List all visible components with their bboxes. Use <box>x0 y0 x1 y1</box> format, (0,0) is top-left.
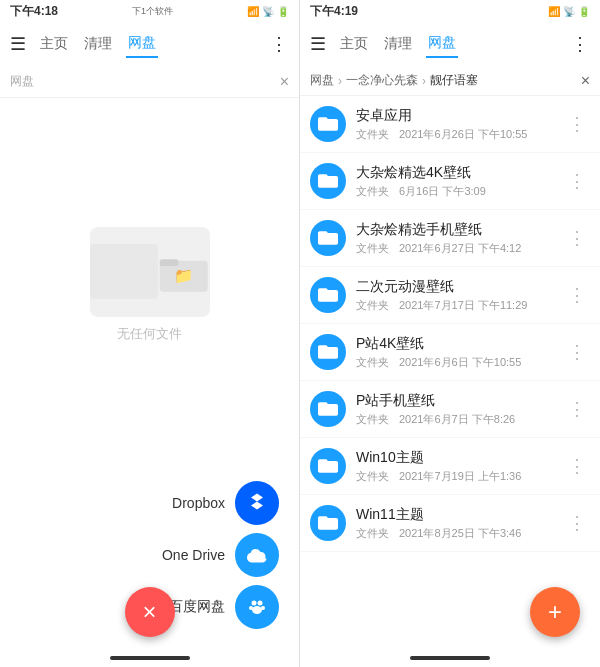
right-home-bar <box>410 656 490 660</box>
dropbox-row: Dropbox <box>172 481 279 525</box>
right-fab-add[interactable]: + <box>530 587 580 637</box>
file-item[interactable]: 大杂烩精选4K壁纸 文件夹 6月16日 下午3:09 ⋮ <box>300 153 600 210</box>
file-meta: 文件夹 2021年7月19日 上午1:36 <box>356 469 554 484</box>
left-status-bar: 下午4:18 下1个软件 📶 📡 🔋 <box>0 0 299 22</box>
file-more-icon[interactable]: ⋮ <box>564 508 590 538</box>
left-nav-clean[interactable]: 清理 <box>82 31 114 57</box>
file-more-icon[interactable]: ⋮ <box>564 394 590 424</box>
left-nav-home[interactable]: 主页 <box>38 31 70 57</box>
breadcrumb: 网盘 › 一念净心先森 › 靓仔语塞 × <box>300 66 600 96</box>
left-panel: 下午4:18 下1个软件 📶 📡 🔋 ☰ 主页 清理 网盘 ⋮ 网盘 × <box>0 0 300 667</box>
file-meta: 文件夹 2021年6月27日 下午4:12 <box>356 241 554 256</box>
file-info: Win10主题 文件夹 2021年7月19日 上午1:36 <box>356 449 554 484</box>
baidu-row: 百度网盘 <box>169 585 279 629</box>
file-date: 2021年6月6日 下午10:55 <box>399 355 521 370</box>
right-nav-home[interactable]: 主页 <box>338 31 370 57</box>
right-panel: 下午4:19 📶 📡 🔋 ☰ 主页 清理 网盘 ⋮ 网盘 › 一念净心先森 › … <box>300 0 600 667</box>
file-date: 2021年7月19日 上午1:36 <box>399 469 521 484</box>
file-name: 二次元动漫壁纸 <box>356 278 554 296</box>
file-info: 大杂烩精选4K壁纸 文件夹 6月16日 下午3:09 <box>356 164 554 199</box>
folder-svg <box>318 399 338 419</box>
left-search-close[interactable]: × <box>280 73 289 91</box>
file-type: 文件夹 <box>356 412 389 427</box>
onedrive-icon <box>245 543 269 567</box>
file-more-icon[interactable]: ⋮ <box>564 337 590 367</box>
left-time: 下午4:18 <box>10 3 58 20</box>
file-item[interactable]: 二次元动漫壁纸 文件夹 2021年7月17日 下午11:29 ⋮ <box>300 267 600 324</box>
file-folder-icon <box>310 277 346 313</box>
onedrive-label: One Drive <box>162 547 225 563</box>
right-top-nav: ☰ 主页 清理 网盘 ⋮ <box>300 22 600 66</box>
file-name: Win11主题 <box>356 506 554 524</box>
file-name: 安卓应用 <box>356 107 554 125</box>
folder-svg <box>318 456 338 476</box>
left-empty-state: 📁 无任何文件 <box>0 98 299 471</box>
left-nav-cloud[interactable]: 网盘 <box>126 30 158 58</box>
file-meta: 文件夹 2021年6月7日 下午8:26 <box>356 412 554 427</box>
right-nav-cloud[interactable]: 网盘 <box>426 30 458 58</box>
right-nav-clean[interactable]: 清理 <box>382 31 414 57</box>
file-list: 安卓应用 文件夹 2021年6月26日 下午10:55 ⋮ 大杂烩精选4K壁纸 … <box>300 96 600 649</box>
file-info: 大杂烩精选手机壁纸 文件夹 2021年6月27日 下午4:12 <box>356 221 554 256</box>
left-top-nav: ☰ 主页 清理 网盘 ⋮ <box>0 22 299 66</box>
breadcrumb-root[interactable]: 网盘 <box>310 72 334 89</box>
left-fab-close[interactable]: × <box>125 587 175 637</box>
file-folder-icon <box>310 505 346 541</box>
left-status-icons: 📶 📡 🔋 <box>247 6 289 17</box>
dropbox-button[interactable] <box>235 481 279 525</box>
folder-svg <box>318 228 338 248</box>
right-status-bar: 下午4:19 📶 📡 🔋 <box>300 0 600 22</box>
file-date: 2021年6月27日 下午4:12 <box>399 241 521 256</box>
file-more-icon[interactable]: ⋮ <box>564 109 590 139</box>
file-more-icon[interactable]: ⋮ <box>564 451 590 481</box>
breadcrumb-level1[interactable]: 一念净心先森 <box>346 72 418 89</box>
left-battery-icon: 🔋 <box>277 6 289 17</box>
onedrive-row: One Drive <box>162 533 279 577</box>
onedrive-button[interactable] <box>235 533 279 577</box>
file-item[interactable]: 安卓应用 文件夹 2021年6月26日 下午10:55 ⋮ <box>300 96 600 153</box>
file-more-icon[interactable]: ⋮ <box>564 223 590 253</box>
right-battery-icon: 🔋 <box>578 6 590 17</box>
file-item[interactable]: Win10主题 文件夹 2021年7月19日 上午1:36 ⋮ <box>300 438 600 495</box>
breadcrumb-close[interactable]: × <box>581 72 590 90</box>
file-type: 文件夹 <box>356 127 389 142</box>
left-fab-container: × <box>125 587 175 637</box>
file-meta: 文件夹 2021年6月6日 下午10:55 <box>356 355 554 370</box>
file-more-icon[interactable]: ⋮ <box>564 166 590 196</box>
file-folder-icon <box>310 334 346 370</box>
file-folder-icon <box>310 163 346 199</box>
file-item[interactable]: P站手机壁纸 文件夹 2021年6月7日 下午8:26 ⋮ <box>300 381 600 438</box>
folder-svg <box>318 171 338 191</box>
svg-point-4 <box>258 601 263 606</box>
file-item[interactable]: 大杂烩精选手机壁纸 文件夹 2021年6月27日 下午4:12 ⋮ <box>300 210 600 267</box>
file-type: 文件夹 <box>356 469 389 484</box>
file-folder-icon <box>310 391 346 427</box>
file-meta: 文件夹 2021年8月25日 下午3:46 <box>356 526 554 541</box>
right-menu-icon[interactable]: ☰ <box>310 33 326 55</box>
svg-point-7 <box>261 606 265 610</box>
folder-svg <box>318 513 338 533</box>
file-meta: 文件夹 6月16日 下午3:09 <box>356 184 554 199</box>
right-nav-more[interactable]: ⋮ <box>571 33 590 55</box>
file-info: Win11主题 文件夹 2021年8月25日 下午3:46 <box>356 506 554 541</box>
svg-text:📁: 📁 <box>174 266 194 285</box>
file-more-icon[interactable]: ⋮ <box>564 280 590 310</box>
file-info: P站4K壁纸 文件夹 2021年6月6日 下午10:55 <box>356 335 554 370</box>
file-meta: 文件夹 2021年6月26日 下午10:55 <box>356 127 554 142</box>
left-menu-icon[interactable]: ☰ <box>10 33 26 55</box>
left-search-bar: 网盘 × <box>0 66 299 98</box>
left-empty-image: 📁 <box>90 227 210 317</box>
file-name: P站4K壁纸 <box>356 335 554 353</box>
file-date: 6月16日 下午3:09 <box>399 184 486 199</box>
file-item[interactable]: Win11主题 文件夹 2021年8月25日 下午3:46 ⋮ <box>300 495 600 552</box>
left-nav-more[interactable]: ⋮ <box>270 33 289 55</box>
file-date: 2021年6月26日 下午10:55 <box>399 127 527 142</box>
right-home-indicator <box>300 649 600 667</box>
file-info: 二次元动漫壁纸 文件夹 2021年7月17日 下午11:29 <box>356 278 554 313</box>
file-item[interactable]: P站4K壁纸 文件夹 2021年6月6日 下午10:55 ⋮ <box>300 324 600 381</box>
breadcrumb-sep1: › <box>338 74 342 88</box>
file-date: 2021年6月7日 下午8:26 <box>399 412 515 427</box>
svg-point-6 <box>249 606 253 610</box>
right-signal-icon: 📶 <box>548 6 560 17</box>
baidu-button[interactable] <box>235 585 279 629</box>
